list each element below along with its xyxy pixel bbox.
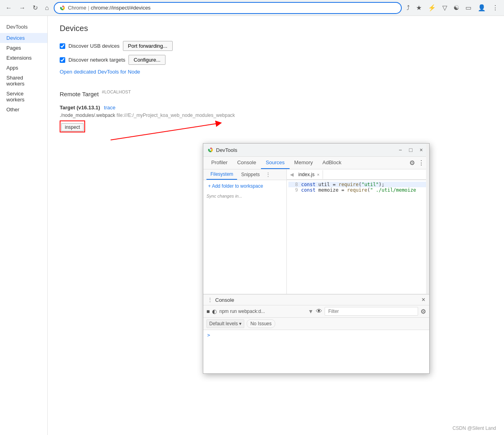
tab-memory[interactable]: Memory (290, 157, 318, 169)
remote-target-section: Remote Target #LOCALHOST Target (v16.13.… (60, 83, 492, 132)
target-path-row: ./node_modules/.webpack file:///E:/_myPr… (60, 112, 492, 118)
tab-adblock[interactable]: AdBlock (318, 157, 346, 169)
devtools-titlebar: DevTools − □ × (203, 144, 429, 157)
console-eye-icon[interactable]: 👁 (316, 308, 322, 315)
reload-button[interactable]: ↻ (30, 2, 40, 13)
discover-network-checkbox[interactable] (60, 57, 65, 63)
sub-tab-filesystem[interactable]: Filesystem (206, 169, 237, 180)
console-clear-button[interactable]: ■ (206, 308, 210, 315)
sources-editor: 8 const util = require("util"); 9 const … (287, 180, 429, 305)
sync-changes-text: Sync changes in... (203, 192, 286, 200)
sources-sub-more-icon[interactable]: ⋮ (264, 170, 272, 179)
tab-profiler[interactable]: Profiler (206, 157, 232, 169)
console-dropdown-icon[interactable]: ▼ (308, 308, 313, 315)
editor-scrollbar[interactable] (426, 180, 429, 305)
devtools-window: DevTools − □ × Profiler Console Sources … (203, 143, 430, 374)
chrome-icon (59, 5, 66, 11)
home-button[interactable]: ⌂ (43, 3, 51, 13)
console-default-levels[interactable]: Default levels ▾ (206, 319, 244, 328)
extensions-button[interactable]: ☯ (451, 2, 461, 13)
line-number-8: 8 (288, 182, 298, 187)
console-panel: ⋮ Console × ■ ◐ npm run webpack:d... ▼ 👁… (203, 294, 429, 373)
console-close-button[interactable]: × (422, 296, 425, 303)
sources-header: Filesystem Snippets ⋮ ◀ index.js × (203, 169, 429, 180)
devtools-node-link[interactable]: Open dedicated DevTools for Node (60, 69, 140, 75)
file-tab-index-js[interactable]: index.js × (295, 170, 323, 179)
tab-sources[interactable]: Sources (261, 157, 290, 169)
sidebar-item-shared-workers[interactable]: Shared workers (0, 73, 47, 89)
chrome-label: Chrome (68, 5, 86, 11)
target-version: Target (v16.13.1) (60, 105, 100, 111)
profile-button[interactable]: 👤 (475, 2, 488, 13)
tab-console[interactable]: Console (232, 157, 261, 169)
console-toolbar: ■ ◐ npm run webpack:d... ▼ 👁 ⚙ (203, 305, 429, 318)
file-tab-label: index.js (298, 172, 315, 177)
devtools-tabs: Profiler Console Sources Memory AdBlock … (203, 157, 429, 169)
devtools-settings-icon[interactable]: ⚙ (408, 157, 416, 168)
inspect-button-wrapper: inspect (60, 120, 85, 132)
trace-link[interactable]: trace (104, 105, 115, 111)
sidebar-item-apps[interactable]: Apps (0, 63, 47, 73)
file-tab-close-icon[interactable]: × (317, 172, 319, 177)
browser-toolbar-icons: ⤴ ★ ⚡ ▽ ☯ ▭ 👤 ⋮ (404, 2, 501, 13)
console-prompt[interactable]: > (207, 332, 210, 338)
page-title: Devices (60, 24, 492, 33)
configure-button[interactable]: Configure... (128, 55, 165, 65)
sidebar-item-devices[interactable]: Devices (0, 33, 47, 43)
browser-toolbar: ← → ↻ ⌂ Chrome | ⤴ ★ ⚡ ▽ ☯ ▭ 👤 ⋮ (0, 0, 504, 16)
menu-button[interactable]: ⋮ (490, 2, 501, 13)
console-settings-icon[interactable]: ⚙ (420, 308, 426, 315)
discover-network-label: Discover network targets (68, 57, 125, 63)
sidebar-item-extensions[interactable]: Extensions (0, 53, 47, 63)
console-drag-icon[interactable]: ⋮ (207, 297, 213, 303)
address-bar[interactable]: Chrome | (54, 2, 402, 14)
discover-usb-label: Discover USB devices (68, 43, 120, 49)
lightning-button[interactable]: ⚡ (426, 2, 438, 13)
code-line-9: 9 const memoize = require(" ./util/memoi… (288, 187, 428, 193)
sidebar-item-service-workers[interactable]: Service workers (0, 89, 47, 105)
console-filter-input[interactable] (325, 307, 418, 316)
discover-network-row: Discover network targets Configure... (60, 55, 492, 65)
sources-panel: Filesystem Snippets ⋮ ◀ index.js × (203, 169, 429, 373)
file-nav-left-icon[interactable]: ◀ (288, 170, 295, 179)
sub-tab-snippets[interactable]: Snippets (237, 170, 264, 179)
sources-sub-tabs: Filesystem Snippets ⋮ (203, 169, 287, 180)
svg-point-4 (210, 149, 211, 151)
add-folder-label: + Add folder to workspace (208, 183, 263, 189)
remote-target-badge: #LOCALHOST (102, 89, 131, 94)
devtools-more-icon[interactable]: ⋮ (416, 157, 426, 168)
inspect-button[interactable]: inspect (61, 123, 84, 131)
devtools-minimize-button[interactable]: − (396, 146, 404, 154)
port-forwarding-button[interactable]: Port forwarding... (123, 41, 173, 51)
console-block-button[interactable]: ◐ (212, 308, 217, 315)
sources-left-panel: + Add folder to workspace Sync changes i… (203, 180, 287, 305)
target-file: file:///E:/_myProject_koa_web_node_modul… (117, 113, 235, 118)
console-no-issues-badge: No Issues (247, 319, 275, 328)
add-folder-button[interactable]: + Add folder to workspace (203, 180, 286, 192)
console-run-label: npm run webpack:d... (219, 309, 306, 314)
line-number-9: 9 (288, 187, 298, 193)
share-button[interactable]: ⤴ (404, 3, 412, 13)
watermark: CSDN @Silent Land (452, 425, 496, 431)
remote-target-header: Remote Target #LOCALHOST (60, 83, 492, 101)
discover-usb-checkbox[interactable] (60, 43, 65, 49)
target-info: Target (v16.13.1) trace (60, 105, 492, 111)
console-titlebar: ⋮ Console × (203, 295, 429, 305)
target-path: ./node_modules/.webpack (60, 113, 115, 118)
url-input[interactable] (91, 5, 396, 11)
sidebar-item-pages[interactable]: Pages (0, 43, 47, 53)
sources-file-tabs: ◀ index.js × (287, 169, 429, 180)
url-separator: | (88, 5, 89, 11)
page-container: DevTools Devices Pages Extensions Apps S… (0, 16, 504, 435)
window-button[interactable]: ▭ (463, 2, 474, 13)
sidebar-title: DevTools (0, 22, 47, 33)
back-button[interactable]: ← (3, 3, 14, 13)
bookmark-button[interactable]: ★ (414, 2, 424, 13)
devtools-maximize-button[interactable]: □ (407, 146, 414, 154)
sidebar-item-other[interactable]: Other (0, 105, 47, 115)
discover-usb-row: Discover USB devices Port forwarding... (60, 41, 492, 51)
dropbox-button[interactable]: ▽ (440, 2, 450, 13)
forward-button[interactable]: → (17, 3, 28, 13)
console-title: Console (215, 297, 419, 303)
devtools-close-button[interactable]: × (417, 146, 425, 154)
